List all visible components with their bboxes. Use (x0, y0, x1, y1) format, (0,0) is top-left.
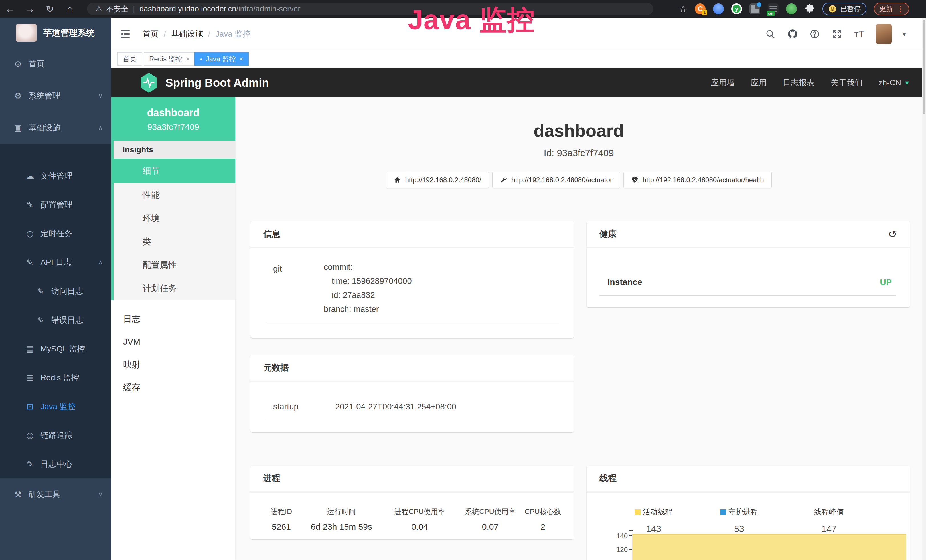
avatar-caret-icon[interactable]: ▾ (903, 30, 906, 38)
sidebar-item-java-monitor[interactable]: ⊡ Java 监控 (0, 392, 111, 421)
sidebar-item-tracing[interactable]: ◎ 链路追踪 (0, 421, 111, 450)
sidebar-item-mysql-monitor[interactable]: ▤ MySQL 监控 (0, 334, 111, 363)
sba-menu-mappings[interactable]: 映射 (111, 353, 235, 376)
sba-menu-config-props[interactable]: 配置属性 (113, 253, 235, 277)
sba-menu-metrics[interactable]: 性能 (113, 183, 235, 207)
instance-name: dashboard (111, 107, 235, 119)
search-icon[interactable] (764, 28, 776, 40)
github-icon[interactable] (787, 28, 798, 40)
history-icon[interactable]: ↺ (888, 228, 897, 241)
font-size-icon[interactable]: тT (853, 28, 865, 40)
sba-nav-applications[interactable]: 应用 (751, 77, 767, 88)
sidebar-item-log-center[interactable]: ✎ 日志中心 (0, 450, 111, 478)
instance-header[interactable]: dashboard 93a3fc7f7409 (111, 97, 235, 141)
bookmark-star-icon[interactable]: ☆ (679, 3, 687, 15)
sidebar-item-redis-monitor[interactable]: ≣ Redis 监控 (0, 363, 111, 392)
green-extension-icon[interactable] (786, 3, 797, 14)
sba-nav: 应用墙 应用 日志报表 关于我们 zh-CN ▾ (711, 77, 909, 88)
sba-brand-title[interactable]: Spring Boot Admin (165, 76, 269, 89)
help-icon[interactable] (809, 28, 820, 40)
metadata-card: 元数据 startup 2021-04-27T00:44:31.254+08:0… (250, 355, 574, 432)
breadcrumb-current: Java 监控 (216, 29, 251, 39)
service-url-button[interactable]: http://192.168.0.2:48080/ (386, 172, 489, 188)
c-extension-badge: 1 (702, 10, 708, 15)
caret-down-icon: ▾ (905, 79, 909, 87)
threads-chart: 140 120 100 (587, 530, 910, 560)
sidebar-item-error-logs[interactable]: ✎ 错误日志 (0, 306, 111, 334)
chevron-down-icon: ∨ (98, 491, 103, 498)
sba-menu-scheduled-tasks[interactable]: 计划任务 (113, 277, 235, 300)
close-icon[interactable]: × (186, 55, 190, 63)
process-table-values: 5261 6d 23h 15m 59s 0.04 0.07 2 (262, 522, 562, 532)
sba-menu-classes[interactable]: 类 (113, 230, 235, 253)
page-title: dashboard (235, 120, 922, 141)
address-bar[interactable]: ⚠ 不安全 | dashboard.yudao.iocoder.cn/infra… (87, 3, 653, 15)
app-logo-row[interactable]: 芋道管理系统 (0, 18, 111, 48)
emoji-face-icon (828, 5, 837, 13)
sba-menu-details[interactable]: 细节 (113, 159, 235, 183)
tab-home[interactable]: 首页 (118, 53, 142, 66)
sidebar-item-file-mgmt[interactable]: ☁ 文件管理 (0, 162, 111, 190)
sidebar-item-home[interactable]: ⊙ 首页 (0, 48, 111, 80)
chevron-down-icon: ∨ (98, 92, 103, 100)
user-avatar[interactable] (876, 24, 892, 44)
pin-extension-icon[interactable] (713, 3, 724, 14)
browser-update-button[interactable]: 更新 ⋮ (874, 3, 909, 15)
active-dot-icon: ● (200, 57, 202, 61)
health-url-button[interactable]: http://192.168.0.2:48080/actuator/health (623, 172, 772, 188)
sba-language-select[interactable]: zh-CN ▾ (879, 78, 909, 87)
sba-menu-caches[interactable]: 缓存 (111, 376, 235, 399)
infrastructure-icon: ▣ (11, 123, 24, 133)
home-icon[interactable]: ⌂ (60, 3, 80, 15)
tab-redis-monitor[interactable]: Redis 监控 × (144, 53, 195, 66)
sba-nav-wallboard[interactable]: 应用墙 (711, 77, 735, 88)
not-secure-label[interactable]: 不安全 (106, 4, 128, 14)
sidebar-item-api-logs[interactable]: ✎ API 日志 ∧ (0, 248, 111, 277)
extensions-zone: ☆ C 1 y on 已暂停 更新 (679, 0, 909, 18)
yellow-legend-icon (635, 509, 640, 515)
fullscreen-icon[interactable] (831, 28, 843, 40)
close-icon[interactable]: × (239, 55, 243, 63)
sba-nav-journal[interactable]: 日志报表 (783, 77, 815, 88)
sba-menu-jvm[interactable]: JVM (111, 330, 235, 353)
back-icon[interactable]: ← (0, 3, 20, 15)
sba-menu-environment[interactable]: 环境 (113, 207, 235, 230)
browser-menu-icon[interactable]: ⋮ (897, 5, 904, 14)
not-secure-icon[interactable]: ⚠ (95, 5, 102, 14)
log-icon: ✎ (23, 459, 36, 469)
breadcrumb-infra[interactable]: 基础设施 (171, 29, 203, 39)
scrollbar-thumb[interactable] (923, 20, 925, 114)
monitor-icon: ⊡ (23, 402, 36, 412)
health-row-label: Instance (607, 277, 642, 287)
sidebar-item-infra[interactable]: ▣ 基础设施 ∧ (0, 112, 111, 144)
sidebar-item-system[interactable]: ⚙ 系统管理 ∨ (0, 80, 111, 112)
tab-java-monitor[interactable]: ● Java 监控 × (195, 53, 249, 66)
profile-paused-button[interactable]: 已暂停 (823, 3, 866, 15)
sba-nav-about[interactable]: 关于我们 (831, 77, 863, 88)
actuator-url-button[interactable]: http://192.168.0.2:48080/actuator (492, 172, 620, 188)
sba-main-content: dashboard Id: 93a3fc7f7409 http://192.16… (235, 97, 922, 560)
log-icon: ✎ (23, 257, 36, 267)
insights-group-label: Insights (113, 141, 235, 159)
sidebar-item-config-mgmt[interactable]: ✎ 配置管理 (0, 190, 111, 219)
c-extension-icon[interactable]: C 1 (695, 3, 705, 14)
grid-extension-icon[interactable] (749, 3, 760, 14)
update-label: 更新 (879, 4, 893, 14)
instance-links: http://192.168.0.2:48080/ http://192.168… (235, 172, 922, 188)
home-icon (393, 176, 401, 184)
reload-icon[interactable]: ↻ (40, 3, 60, 15)
sidebar-item-scheduled-jobs[interactable]: ◷ 定时任务 (0, 219, 111, 248)
y-extension-icon[interactable]: y (731, 3, 742, 14)
puzzle-icon[interactable] (804, 3, 815, 14)
area-series-live-threads (632, 534, 906, 560)
sba-menu-logs[interactable]: 日志 (111, 307, 235, 330)
sidebar-fold-icon[interactable] (119, 28, 131, 40)
on-extension-icon[interactable]: on (768, 3, 779, 14)
sidebar-item-dev-tools[interactable]: ⚒ 研发工具 ∨ (0, 478, 111, 510)
sidebar-item-access-logs[interactable]: ✎ 访问日志 (0, 277, 111, 306)
forward-icon[interactable]: → (20, 3, 40, 15)
heart-pulse-icon (631, 176, 639, 184)
breadcrumb-home[interactable]: 首页 (142, 29, 159, 39)
page-scrollbar[interactable] (922, 18, 926, 560)
process-table-header: 进程ID 运行时间 进程CPU使用率 系统CPU使用率 CPU核心数 (262, 507, 562, 516)
